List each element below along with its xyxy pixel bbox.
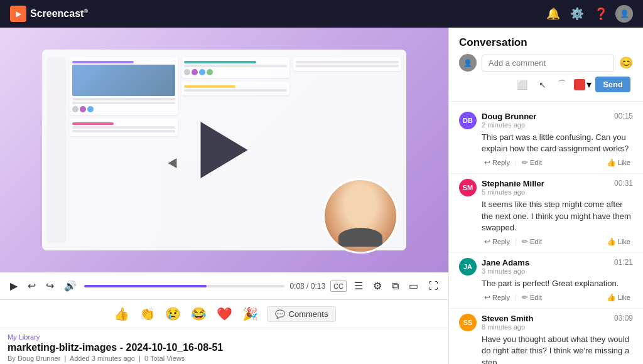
color-dropdown-arrow: ▾ xyxy=(586,78,592,90)
laugh-reaction[interactable]: 😂 xyxy=(190,305,208,323)
fullscreen-button[interactable]: ⛶ xyxy=(426,278,441,294)
left-panel: ▶ ↩ ↪ 🔊 0:08 / 0:13 CC ☰ ⚙ ⧉ ▭ ⛶ 👍 👏 😢 😂… xyxy=(0,28,448,364)
conversation-title: Conversation xyxy=(459,36,633,49)
top-navigation: Screencast® 🔔 ⚙️ ❓ 👤 xyxy=(0,0,643,28)
like-button[interactable]: 👍Like xyxy=(604,157,633,168)
comment-meta: Steven Smith 8 minutes ago xyxy=(482,314,609,331)
comment-actions: ↩Reply | ✏Edit 👍Like xyxy=(459,236,633,247)
clap-reaction[interactable]: 👏 xyxy=(138,305,156,323)
comment-body: It seems like this step might come after… xyxy=(459,199,633,233)
comment-item: DB Doug Brunner 2 minutes ago 00:15 This… xyxy=(449,107,643,174)
logo-icon xyxy=(10,6,26,22)
chapters-button[interactable]: ☰ xyxy=(352,277,365,294)
video-controls-bar: ▶ ↩ ↪ 🔊 0:08 / 0:13 CC ☰ ⚙ ⧉ ▭ ⛶ xyxy=(0,272,448,300)
reaction-bar: 👍 👏 😢 😂 ❤️ 🎉 💬 Comments xyxy=(0,300,448,328)
comment-icon: 💬 xyxy=(275,309,285,319)
curve-tool-button[interactable]: ⌒ xyxy=(554,77,570,92)
screen-card xyxy=(70,119,178,136)
comment-actions: ↩Reply | ✏Edit 👍Like xyxy=(459,292,633,303)
emoji-picker-button[interactable]: 😊 xyxy=(619,56,633,70)
comment-meta: Stephanie Miller 5 minutes ago xyxy=(482,179,609,196)
party-reaction[interactable]: 🎉 xyxy=(241,305,259,323)
comment-body: Have you thought about what they would d… xyxy=(459,334,633,364)
screen-sidebar xyxy=(47,57,66,243)
send-button[interactable]: Send xyxy=(595,77,630,92)
time-display: 0:08 / 0:13 xyxy=(289,282,325,291)
comment-avatar: SS xyxy=(459,314,477,331)
captions-button[interactable]: CC xyxy=(330,281,347,292)
comment-avatar: SM xyxy=(459,179,477,196)
reply-button[interactable]: ↩Reply xyxy=(482,292,512,303)
sad-reaction[interactable]: 😢 xyxy=(164,305,182,323)
comment-header: DB Doug Brunner 2 minutes ago 00:15 xyxy=(459,112,633,129)
comment-timestamp: 03:09 xyxy=(614,314,633,323)
comment-item: SM Stephanie Miller 5 minutes ago 00:31 … xyxy=(449,174,643,253)
video-title: marketing-blitz-images - 2024-10-10_16-0… xyxy=(8,342,441,353)
comments-button[interactable]: 💬 Comments xyxy=(267,306,337,322)
edit-button[interactable]: ✏Edit xyxy=(519,236,544,247)
my-library-link[interactable]: My Library xyxy=(8,333,441,341)
like-button[interactable]: 👍Like xyxy=(604,292,633,303)
reply-button[interactable]: ↩Reply xyxy=(482,157,512,168)
conversation-header: Conversation 👤 😊 ⬜ ↖ ⌒ ▾ Send xyxy=(449,28,643,102)
progress-fill xyxy=(84,285,207,287)
comment-input-row: 👤 😊 xyxy=(459,54,633,72)
color-swatch xyxy=(574,79,585,90)
pip-button[interactable]: ⧉ xyxy=(389,278,401,294)
screen-card xyxy=(181,82,289,95)
arrow-tool-button[interactable]: ↖ xyxy=(535,78,550,92)
play-pause-button[interactable]: ▶ xyxy=(8,277,20,294)
comment-timestamp: 00:15 xyxy=(614,112,633,120)
thumbs-up-reaction[interactable]: 👍 xyxy=(112,305,131,323)
comment-meta: Doug Brunner 2 minutes ago xyxy=(482,112,609,129)
comment-author: Jane Adams xyxy=(482,258,609,267)
video-metadata: My Library marketing-blitz-images - 2024… xyxy=(0,328,448,364)
comment-meta: Jane Adams 3 minutes ago xyxy=(482,258,609,275)
user-avatar[interactable]: 👤 xyxy=(615,5,633,23)
rewind-button[interactable]: ↩ xyxy=(25,277,38,294)
edit-button[interactable]: ✏Edit xyxy=(519,157,544,168)
presenter-webcam xyxy=(323,178,398,254)
comments-list: DB Doug Brunner 2 minutes ago 00:15 This… xyxy=(449,102,643,364)
comment-item: JA Jane Adams 3 minutes ago 01:21 The pa… xyxy=(449,253,643,309)
presenter-face xyxy=(325,180,396,252)
comment-timestamp: 01:21 xyxy=(614,258,633,267)
heart-reaction[interactable]: ❤️ xyxy=(215,305,234,323)
comment-time: 3 minutes ago xyxy=(482,267,609,275)
fast-forward-button[interactable]: ↪ xyxy=(43,277,57,294)
annotation-toolbar: ⬜ ↖ ⌒ ▾ Send xyxy=(459,77,633,95)
comment-header: JA Jane Adams 3 minutes ago 01:21 xyxy=(459,258,633,276)
screen-col-1 xyxy=(70,57,178,243)
settings-icon[interactable]: ⚙️ xyxy=(568,4,586,23)
help-icon[interactable]: ❓ xyxy=(592,4,610,23)
quality-button[interactable]: ⚙ xyxy=(370,277,384,294)
progress-bar[interactable] xyxy=(84,285,284,287)
comment-time: 5 minutes ago xyxy=(482,188,609,196)
volume-button[interactable]: 🔊 xyxy=(62,277,79,294)
logo[interactable]: Screencast® xyxy=(10,6,88,22)
theater-button[interactable]: ▭ xyxy=(406,277,421,294)
comment-body: This part was a little confusing. Can yo… xyxy=(459,132,633,154)
current-user-avatar: 👤 xyxy=(459,54,477,72)
like-button[interactable]: 👍Like xyxy=(604,236,633,247)
comment-body: The part is perfect! Great explanation. xyxy=(459,278,633,289)
color-picker[interactable]: ▾ xyxy=(574,78,592,90)
logo-text: Screencast® xyxy=(30,8,88,19)
video-player[interactable] xyxy=(0,28,448,272)
comment-actions: ↩Reply | ✏Edit 👍Like xyxy=(459,157,633,168)
comment-avatar: JA xyxy=(459,258,477,276)
rectangle-tool-button[interactable]: ⬜ xyxy=(513,78,531,92)
comment-time: 8 minutes ago xyxy=(482,323,609,331)
comment-author: Steven Smith xyxy=(482,314,609,323)
comment-item: SS Steven Smith 8 minutes ago 03:09 Have… xyxy=(449,309,643,364)
screen-card xyxy=(181,57,289,78)
comment-author: Doug Brunner xyxy=(482,112,609,121)
reply-button[interactable]: ↩Reply xyxy=(482,236,512,247)
comment-timestamp: 00:31 xyxy=(614,179,633,188)
comment-input[interactable] xyxy=(482,55,614,72)
screen-card xyxy=(293,57,401,71)
video-subtitle: By Doug Brunner | Added 3 minutes ago | … xyxy=(8,355,441,362)
edit-button[interactable]: ✏Edit xyxy=(519,292,544,303)
play-button[interactable] xyxy=(201,122,248,178)
notifications-icon[interactable]: 🔔 xyxy=(544,4,563,23)
